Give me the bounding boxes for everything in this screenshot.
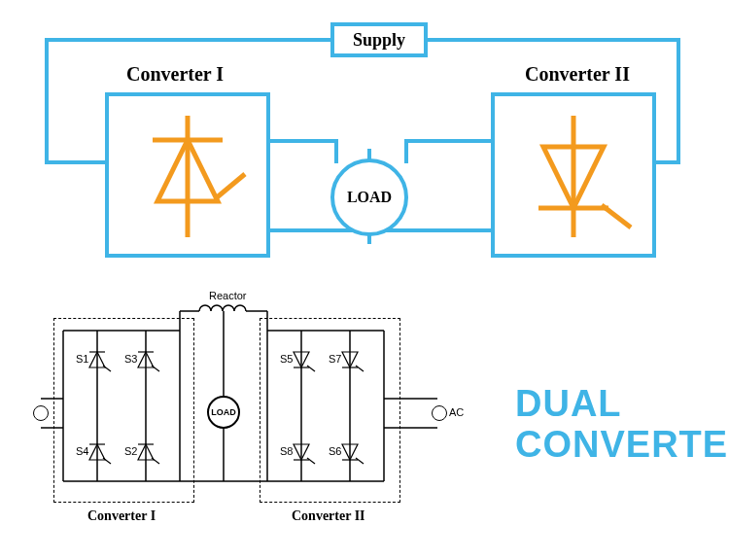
s6-label: S6 xyxy=(329,445,341,457)
thyristor-icon xyxy=(495,96,652,254)
converter1-box xyxy=(105,92,270,258)
ac-source-left-icon xyxy=(33,405,49,421)
converter2-label: Converter II xyxy=(525,63,630,86)
supply-label: Supply xyxy=(353,30,405,51)
title-line2: CONVERTER xyxy=(515,425,729,466)
schematic-diagram: LOAD Reactor S1 S3 S4 S2 S5 S7 S8 S6 AC … xyxy=(19,287,486,544)
schematic-load-label: LOAD xyxy=(211,407,236,417)
ac-label: AC xyxy=(449,406,464,418)
s5-label: S5 xyxy=(280,353,293,365)
supply-box: Supply xyxy=(330,22,428,57)
converter1-label: Converter I xyxy=(126,63,224,86)
schematic-load: LOAD xyxy=(207,396,240,429)
thyristor-icon xyxy=(109,96,266,254)
load-circle: LOAD xyxy=(330,158,408,236)
schematic-converter2-label: Converter II xyxy=(292,508,365,524)
s8-label: S8 xyxy=(280,445,293,457)
schematic-converter1-label: Converter I xyxy=(87,508,156,524)
s3-label: S3 xyxy=(124,353,137,365)
diagram-title: DUAL CONVERTER xyxy=(515,384,729,466)
title-line1: DUAL xyxy=(515,384,729,425)
diagram-container: Supply Converter I Converter II xyxy=(0,0,729,560)
load-label: LOAD xyxy=(347,189,392,206)
svg-line-7 xyxy=(602,205,631,228)
s7-label: S7 xyxy=(329,353,341,365)
s2-label: S2 xyxy=(124,445,137,457)
reactor-label: Reactor xyxy=(209,290,247,301)
s1-label: S1 xyxy=(76,353,88,365)
block-diagram: Supply Converter I Converter II xyxy=(29,15,700,267)
converter1-dashed-box xyxy=(53,318,194,503)
svg-line-3 xyxy=(216,174,245,198)
s4-label: S4 xyxy=(76,445,88,457)
converter2-dashed-box xyxy=(260,318,400,503)
ac-source-right-icon xyxy=(432,405,447,421)
converter2-box xyxy=(491,92,656,258)
